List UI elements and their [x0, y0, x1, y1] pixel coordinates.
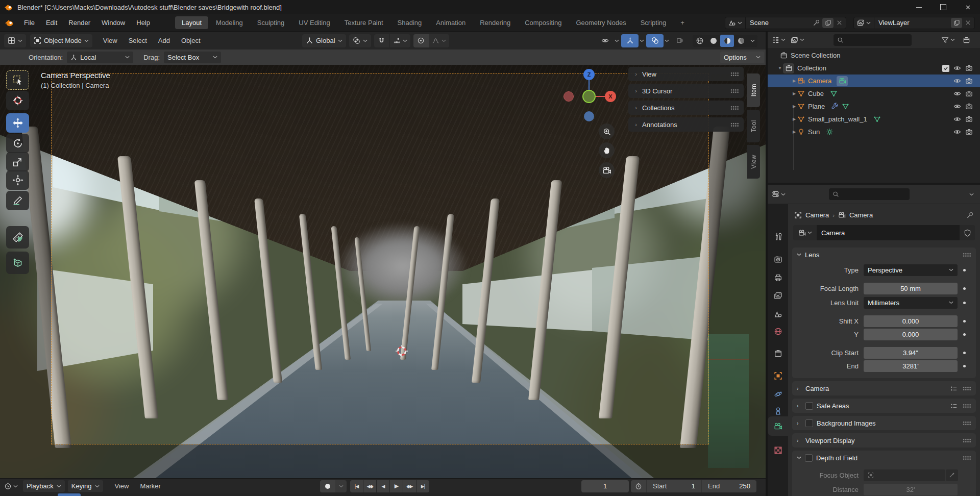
eyedropper-button[interactable]: [946, 469, 958, 481]
npanel-section-view[interactable]: ›View: [628, 67, 744, 81]
camera-section[interactable]: ›Camera: [792, 381, 976, 395]
hide-viewport-eye-icon[interactable]: [953, 77, 961, 85]
properties-options-dropdown[interactable]: [969, 193, 974, 196]
workspace-tab-sculpting[interactable]: Sculpting: [251, 16, 291, 29]
zoom-button[interactable]: [599, 123, 615, 139]
npanel-section-collections[interactable]: ›Collections: [628, 101, 744, 115]
frame-end-field[interactable]: End 250: [702, 480, 756, 492]
outliner[interactable]: Scene Collection ▼ Collection ▶ Camera ▶: [768, 32, 980, 183]
background-images-section[interactable]: ›Background Images: [792, 416, 976, 430]
orientation-setting-dropdown[interactable]: Local: [67, 52, 133, 63]
current-frame-field[interactable]: 1: [581, 480, 629, 492]
object-name[interactable]: Sun: [808, 128, 820, 136]
workspace-tab-scripting[interactable]: Scripting: [634, 16, 673, 29]
gizmos-dropdown[interactable]: [640, 39, 644, 42]
tab-tool[interactable]: [768, 229, 788, 244]
workspace-tab-compositing[interactable]: Compositing: [518, 16, 568, 29]
viewport-menu-add[interactable]: Add: [153, 37, 176, 44]
tool-add-cube[interactable]: [6, 252, 29, 274]
workspace-tab-rendering[interactable]: Rendering: [473, 16, 517, 29]
pan-button[interactable]: [599, 142, 615, 158]
shading-solid-button[interactable]: [706, 35, 720, 47]
gizmo-x-negative[interactable]: [564, 91, 574, 102]
animate-dot[interactable]: [963, 320, 966, 323]
scene-selector[interactable]: Scene: [725, 17, 846, 29]
workspace-tab-shading[interactable]: Shading: [391, 16, 429, 29]
tool-move[interactable]: [6, 113, 29, 133]
object-name[interactable]: Camera: [808, 77, 831, 85]
new-collection-button[interactable]: [963, 36, 970, 44]
new-view-layer-button[interactable]: [951, 18, 962, 28]
npanel-section-annotations[interactable]: ›Annotations: [628, 117, 744, 132]
disable-render-camera-icon[interactable]: [965, 103, 973, 110]
show-object-types-dropdown[interactable]: [596, 34, 619, 47]
play-button[interactable]: ▶: [390, 480, 403, 492]
timeline-ruler[interactable]: [0, 493, 766, 496]
properties-editor-type-button[interactable]: [772, 190, 786, 198]
presets-list-icon[interactable]: [950, 385, 958, 392]
shading-wireframe-button[interactable]: [693, 35, 706, 47]
pin-scene-icon[interactable]: [813, 19, 820, 27]
object-name[interactable]: Cube: [808, 90, 824, 97]
safe-areas-checkbox[interactable]: [805, 402, 813, 410]
overlays-toggle[interactable]: [646, 34, 664, 47]
workspace-tab-animation[interactable]: Animation: [429, 16, 472, 29]
use-preview-range-button[interactable]: [631, 480, 647, 492]
scene-name[interactable]: Scene: [746, 19, 813, 27]
clip-end-field[interactable]: 3281': [864, 360, 958, 372]
animate-dot[interactable]: [963, 269, 966, 271]
fake-user-button[interactable]: [960, 225, 975, 240]
outliner-display-mode-dropdown[interactable]: [772, 36, 786, 44]
tab-view-layer[interactable]: [768, 288, 788, 303]
workspace-tab-texture-paint[interactable]: Texture Paint: [338, 16, 390, 29]
disable-render-camera-icon[interactable]: [965, 64, 973, 72]
animate-dot[interactable]: [963, 333, 966, 336]
presets-list-icon[interactable]: [950, 402, 958, 410]
close-button[interactable]: [955, 0, 980, 14]
hide-viewport-eye-icon[interactable]: [953, 103, 961, 110]
outliner-row-small-patch-wall[interactable]: ▶ Small_patch_wall_1: [768, 113, 980, 126]
npanel-section-3d-cursor[interactable]: ›3D Cursor: [628, 84, 744, 98]
timeline-menu-marker[interactable]: Marker: [134, 482, 166, 490]
properties-editor[interactable]: Camera › Camera Camera Lens T: [768, 185, 980, 496]
disable-render-camera-icon[interactable]: [965, 128, 973, 136]
focus-object-field[interactable]: [864, 469, 945, 481]
tab-texture[interactable]: [768, 442, 788, 458]
animate-dot[interactable]: [963, 302, 966, 304]
frame-start-field[interactable]: Start 1: [647, 480, 702, 492]
mode-dropdown[interactable]: Object Mode: [30, 34, 92, 47]
lens-panel-header[interactable]: Lens: [792, 247, 976, 262]
playhead[interactable]: [58, 493, 81, 496]
scene-browse-button[interactable]: [725, 17, 746, 29]
gizmo-y-positive[interactable]: [582, 90, 596, 103]
npanel-tab-view[interactable]: View: [747, 145, 760, 179]
animate-dot[interactable]: [963, 352, 966, 354]
camera-view-button[interactable]: [599, 162, 615, 178]
npanel-tab-item[interactable]: Item: [747, 73, 760, 107]
object-name[interactable]: Small_patch_wall_1: [808, 115, 867, 123]
lens-unit-dropdown[interactable]: Millimeters: [864, 297, 958, 309]
disclosure-triangle-icon[interactable]: ▶: [791, 130, 797, 134]
object-name[interactable]: Plane: [808, 103, 825, 110]
drag-setting-dropdown[interactable]: Select Box: [164, 52, 221, 63]
drag-grip-icon[interactable]: [963, 438, 971, 443]
overlays-dropdown[interactable]: [665, 39, 669, 42]
disclosure-triangle-icon[interactable]: ▶: [791, 117, 797, 121]
delete-scene-icon[interactable]: [836, 19, 843, 27]
tool-cursor[interactable]: [6, 91, 29, 110]
tab-scene[interactable]: [768, 306, 788, 321]
depth-of-field-panel[interactable]: Depth of Field Focus Object Distance 32': [792, 451, 976, 496]
view-layer-name[interactable]: ViewLayer: [874, 19, 949, 27]
tool-transform[interactable]: [6, 170, 29, 190]
shift-x-field[interactable]: 0.000: [864, 315, 958, 327]
drag-grip-icon[interactable]: [730, 72, 739, 77]
breadcrumb-data[interactable]: Camera: [849, 211, 873, 219]
maximize-button[interactable]: [931, 0, 955, 14]
tab-output[interactable]: [768, 270, 788, 285]
new-scene-button[interactable]: [822, 18, 834, 28]
jump-to-end-button[interactable]: ▶|: [416, 480, 429, 492]
snap-settings-dropdown[interactable]: [389, 34, 410, 47]
add-workspace-button[interactable]: +: [674, 16, 691, 29]
focal-length-field[interactable]: 50 mm: [864, 283, 958, 294]
collection-checkbox[interactable]: [942, 65, 949, 72]
